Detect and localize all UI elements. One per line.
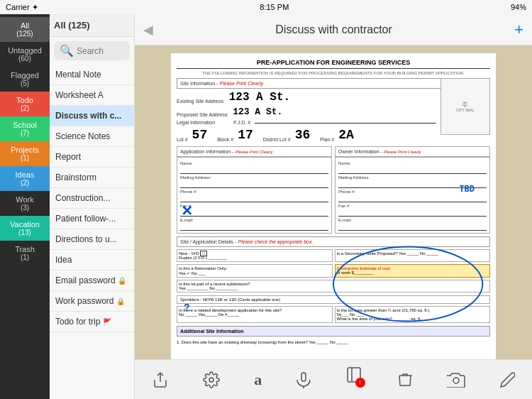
- list-item[interactable]: Brainstorm: [50, 168, 134, 188]
- settings-button[interactable]: [203, 371, 220, 388]
- list-item-todo-trip[interactable]: Todo for trip 🚩: [50, 312, 134, 332]
- site-info-label: Site Information -: [180, 81, 218, 86]
- battery-label: 94%: [511, 3, 526, 11]
- field-name-owner: Name:: [338, 161, 487, 174]
- trash-button[interactable]: [397, 371, 413, 388]
- share-button[interactable]: [152, 371, 169, 388]
- field-name-app: Name:: [180, 161, 328, 174]
- sidebar-item-flagged[interactable]: Flagged (5): [0, 67, 50, 92]
- owner-info-note: Please Print Clearly: [384, 150, 421, 154]
- block-value: 17: [238, 128, 253, 142]
- existing-address-value: 123 A St.: [229, 91, 290, 104]
- notebook-button[interactable]: !: [346, 366, 363, 393]
- field-address-app: Mailing Address:: [180, 175, 328, 188]
- plan-value: 2A: [338, 128, 354, 142]
- lot-block-row: Lot # 57 Block # 17 District Lot # 36 Pl…: [177, 128, 436, 142]
- carrier-label: Carrier ✦: [6, 3, 38, 12]
- list-item[interactable]: Patient follow-...: [50, 209, 134, 229]
- sprinklers-row: Sprinklers - NFPA 13R or 13D (Circle app…: [177, 295, 490, 304]
- site-details-grid: New - 1FD □ Duplex (2 F.D.) ________ Is …: [177, 249, 490, 293]
- owner-info-label: Owner Information -: [338, 149, 382, 154]
- document: PRE-APPLICATION FOR ENGINEERING SERVICES…: [170, 53, 497, 359]
- doc-logo: ⚖️CITY SEAL: [440, 78, 490, 135]
- site-details-header: Site / Application Details - Please chec…: [177, 236, 490, 247]
- list-item-email-password[interactable]: Email password 🔒: [50, 270, 134, 291]
- additional-label: Additional Site Information: [180, 329, 243, 334]
- district-label: District Lot #: [263, 137, 291, 142]
- pen-button[interactable]: [499, 371, 515, 388]
- app-owner-header: Application Information - Please Print C…: [177, 146, 490, 157]
- list-item[interactable]: Construction...: [50, 188, 134, 209]
- proposed-address-value: 123 A St.: [233, 106, 282, 117]
- field-fax-owner: Fax #:: [338, 204, 487, 217]
- sidebar-item-vacation[interactable]: Vacation (13): [0, 216, 50, 241]
- list-item[interactable]: Idea: [50, 250, 134, 270]
- site-details-note: Please check the appropriate box.: [238, 239, 314, 244]
- site-info-note: Please Print Clearly: [220, 81, 263, 86]
- field-phone-app: Phone #:: [180, 190, 328, 202]
- svg-rect-3: [301, 373, 306, 381]
- lock-icon: 🔒: [118, 277, 126, 285]
- lot-label: Lot #: [177, 137, 188, 142]
- svg-point-6: [453, 378, 459, 383]
- content-area: ◀ Discuss with contractor + PRE-APPLICAT…: [135, 14, 532, 399]
- pid-label: P.J.D. #: [233, 120, 250, 125]
- app-info-note: Please Print Clearly: [235, 150, 273, 154]
- sidebar-item-all[interactable]: All (125): [0, 17, 50, 42]
- doc-subtitle: THE FOLLOWING INFORMATION IS REQUIRED FO…: [177, 71, 490, 75]
- document-area: PRE-APPLICATION FOR ENGINEERING SERVICES…: [135, 45, 532, 359]
- grid-cell-2: Is a Secondary Suite Proposed? Yes _____…: [335, 249, 491, 262]
- doc-title: PRE-APPLICATION FOR ENGINEERING SERVICES: [177, 59, 490, 69]
- proposed-address-row: Proposed Site Address: 123 A St.: [177, 106, 436, 117]
- camera-button[interactable]: [447, 372, 465, 388]
- document-title: Discuss with contractor: [275, 23, 392, 36]
- status-bar: Carrier ✦ 8:15 PM 94%: [0, 0, 532, 14]
- sidebar-item-trash[interactable]: Trash (1): [0, 241, 50, 266]
- existing-address-label: Existing Site Address:: [177, 99, 225, 104]
- grid-cell-3: Is this a Renovation Only: Yes ✓ No ___: [177, 264, 333, 278]
- list-item[interactable]: Science Notes: [50, 126, 134, 147]
- add-note-button[interactable]: +: [514, 21, 523, 39]
- field-fax-app: Fax #:: [180, 204, 328, 217]
- search-input[interactable]: [77, 46, 124, 56]
- list-item[interactable]: Worksheet A: [50, 85, 134, 106]
- field-email-app: E-mail:: [180, 218, 328, 231]
- sidebar-item-projects[interactable]: Projects (1): [0, 141, 50, 166]
- note-list: All (125) 🔍 Mental Note Worksheet A Disc…: [50, 14, 135, 399]
- mic-button[interactable]: [296, 371, 311, 388]
- lock-icon: 🔒: [116, 297, 125, 305]
- additional-section: Additional Site Information: [177, 326, 490, 337]
- legal-info-row: Legal Information P.J.D. #: [177, 120, 436, 125]
- field-address-owner: Mailing Address:: [338, 175, 487, 188]
- district-value: 36: [295, 128, 311, 142]
- field-email-owner: E-mail:: [338, 218, 487, 231]
- plan-label: Plan #: [320, 137, 334, 142]
- search-box[interactable]: 🔍: [54, 41, 130, 60]
- grid-cell-4: Contractors Estimate of cost of work $__…: [335, 264, 491, 278]
- sidebar-item-untagged[interactable]: Untagged (60): [0, 42, 50, 67]
- sidebar-item-ideas[interactable]: Ideas (2): [0, 166, 50, 191]
- list-item[interactable]: Directions to u...: [50, 229, 134, 250]
- list-item[interactable]: Report: [50, 147, 134, 168]
- fields-section: Name: Mailing Address: Phone #: Fax: [177, 157, 490, 234]
- driveway-sentence: 1. Does this site have an existing drive…: [177, 339, 490, 346]
- dev-cell-1: Is there a related development applicati…: [177, 306, 333, 323]
- sidebar-item-work[interactable]: Work (3): [0, 191, 50, 216]
- field-phone-owner: Phone #:: [338, 190, 487, 202]
- legal-info-label: Legal Information: [177, 120, 215, 125]
- site-details-label: Site / Application Details -: [180, 239, 236, 244]
- sidebar-item-school[interactable]: School (7): [0, 116, 50, 141]
- grid-cell-5: Is this lot part of a recent subdivision…: [177, 280, 490, 293]
- existing-address-row: Existing Site Address: 123 A St.: [177, 91, 436, 104]
- content-header: ◀ Discuss with contractor +: [135, 14, 532, 45]
- list-item-work-password[interactable]: Work password 🔒: [50, 291, 134, 312]
- sidebar: All (125) Untagged (60) Flagged (5) Todo…: [0, 14, 50, 399]
- dev-cell-2: Is the lot area greater than ½ acre (21,…: [335, 306, 491, 323]
- badge-count: !: [355, 378, 365, 388]
- sidebar-item-todo[interactable]: Todo (2): [0, 92, 50, 116]
- text-button[interactable]: a: [254, 371, 262, 389]
- back-arrow-icon[interactable]: ◀: [143, 22, 153, 38]
- proposed-address-label: Proposed Site Address:: [177, 112, 228, 117]
- list-item-discuss[interactable]: Discuss with c...: [50, 106, 134, 126]
- list-item[interactable]: Mental Note: [50, 65, 134, 85]
